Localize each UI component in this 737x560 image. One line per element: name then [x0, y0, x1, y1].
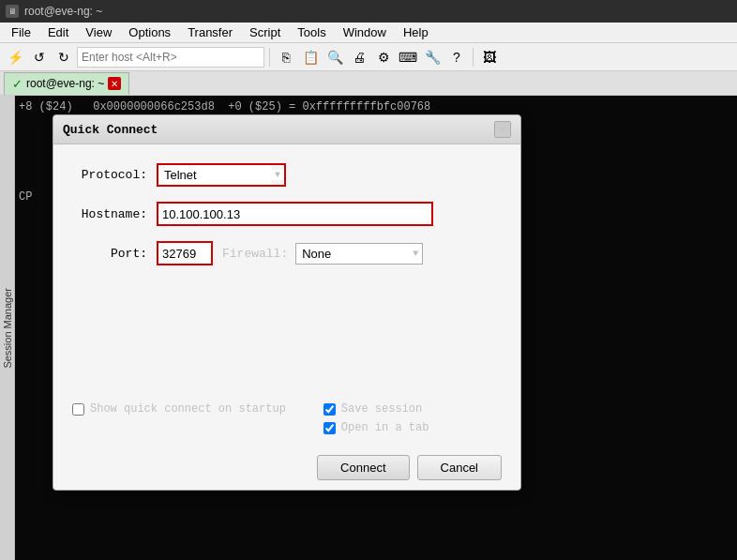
show-quick-connect-label: Show quick connect on startup: [90, 402, 286, 416]
connect-button[interactable]: Connect: [317, 455, 409, 480]
firewall-label: Firewall:: [222, 247, 288, 261]
toolbar: ⚡ ↺ ↻ ⎘ 📋 🔍 🖨 ⚙ ⌨ 🔧 ? 🖼: [0, 43, 737, 71]
tab-close-btn[interactable]: ✕: [108, 77, 121, 90]
toolbar-image-btn[interactable]: 🖼: [478, 46, 501, 68]
separator-1: [269, 48, 270, 67]
title-text: root@eve-ng: ~: [24, 5, 102, 18]
protocol-select-wrapper: Telnet SSH SFTP ▼: [157, 163, 286, 187]
dialog-spacer: [72, 280, 502, 374]
show-quick-connect-row: Show quick connect on startup: [72, 402, 286, 416]
hostname-input[interactable]: [157, 202, 433, 226]
toolbar-copy-btn[interactable]: ⎘: [275, 46, 297, 68]
open-in-tab-row: Open in a tab: [323, 421, 429, 434]
menu-view[interactable]: View: [78, 23, 119, 41]
save-session-row: Save session: [323, 402, 429, 416]
menu-file[interactable]: File: [4, 23, 38, 41]
menu-window[interactable]: Window: [336, 23, 394, 41]
dialog-overlay: Quick Connect ✕ Protocol: Telnet SSH SFT…: [15, 96, 737, 560]
toolbar-keymap-btn[interactable]: ⌨: [397, 46, 419, 68]
menu-edit[interactable]: Edit: [40, 23, 76, 41]
toolbar-settings-btn[interactable]: ⚙: [372, 46, 395, 68]
terminal-area[interactable]: +8 ($24) 0x0000000066c253d8 +0 ($25) = 0…: [15, 96, 737, 560]
dialog-buttons: Connect Cancel: [72, 455, 502, 480]
tab-label: root@eve-ng: ~: [26, 77, 104, 90]
tab-bar: ✓ root@eve-ng: ~ ✕: [0, 71, 737, 96]
menu-bar: File Edit View Options Transfer Script T…: [0, 23, 737, 43]
dialog-footer: Show quick connect on startup Save sessi…: [53, 393, 520, 490]
left-checkboxes: Show quick connect on startup: [72, 402, 286, 421]
menu-script[interactable]: Script: [242, 23, 288, 41]
toolbar-find-btn[interactable]: 🔍: [323, 46, 346, 68]
firewall-row: Firewall: None ▼: [222, 243, 423, 265]
save-session-label: Save session: [341, 402, 422, 416]
quick-connect-dialog: Quick Connect ✕ Protocol: Telnet SSH SFT…: [53, 114, 521, 491]
dialog-title: Quick Connect: [63, 123, 158, 137]
main-content: Session Manager +8 ($24) 0x0000000066c25…: [0, 96, 737, 560]
right-checkboxes: Save session Open in a tab: [323, 402, 429, 440]
tab-status-icon: ✓: [12, 77, 23, 91]
menu-transfer[interactable]: Transfer: [180, 23, 240, 41]
session-sidebar: Session Manager: [0, 96, 15, 560]
toolbar-connect-btn[interactable]: ⚡: [4, 46, 26, 68]
firewall-select-wrapper: None ▼: [295, 243, 423, 265]
open-in-tab-label: Open in a tab: [341, 421, 429, 434]
tab-root[interactable]: ✓ root@eve-ng: ~ ✕: [4, 72, 129, 95]
hostname-label: Hostname:: [72, 207, 147, 221]
toolbar-print-btn[interactable]: 🖨: [348, 46, 370, 68]
protocol-dropdown-arrow-icon: ▼: [271, 170, 284, 180]
toolbar-tools2-btn[interactable]: 🔧: [421, 46, 444, 68]
dialog-close-btn[interactable]: ✕: [494, 121, 511, 138]
port-label: Port:: [72, 247, 147, 261]
toolbar-refresh-btn[interactable]: ↺: [28, 46, 51, 68]
app-icon: 🖥: [6, 5, 19, 18]
protocol-select[interactable]: Telnet SSH SFTP: [158, 165, 271, 185]
cancel-button[interactable]: Cancel: [417, 455, 502, 480]
host-input[interactable]: [77, 47, 264, 68]
toolbar-reconnect-btn[interactable]: ↻: [53, 46, 75, 68]
hostname-row: Hostname:: [72, 202, 502, 226]
port-firewall-row: Port: Firewall: None ▼: [72, 241, 502, 265]
protocol-row: Protocol: Telnet SSH SFTP ▼: [72, 163, 502, 187]
save-session-checkbox[interactable]: [323, 403, 336, 416]
separator-2: [473, 48, 474, 67]
title-bar: 🖥 root@eve-ng: ~: [0, 0, 737, 23]
session-manager-label: Session Manager: [2, 288, 13, 369]
port-input[interactable]: [157, 241, 213, 265]
dialog-body: Protocol: Telnet SSH SFTP ▼ Hostname: [53, 144, 520, 393]
firewall-dropdown-arrow-icon: ▼: [409, 249, 422, 259]
menu-options[interactable]: Options: [121, 23, 178, 41]
toolbar-paste-btn[interactable]: 📋: [299, 46, 322, 68]
protocol-label: Protocol:: [72, 168, 147, 182]
firewall-select[interactable]: None: [296, 244, 409, 264]
dialog-title-bar: Quick Connect ✕: [53, 115, 520, 144]
open-in-tab-checkbox[interactable]: [323, 422, 336, 434]
menu-help[interactable]: Help: [396, 23, 436, 41]
toolbar-help-btn[interactable]: ?: [445, 46, 468, 68]
show-quick-connect-checkbox[interactable]: [72, 403, 84, 416]
menu-tools[interactable]: Tools: [290, 23, 333, 41]
